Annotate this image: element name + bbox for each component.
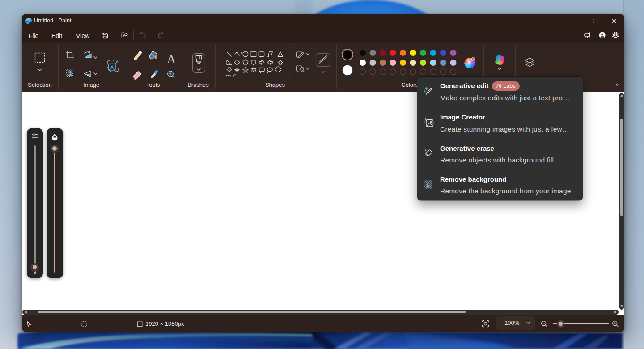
svg-text:A: A — [167, 52, 176, 66]
